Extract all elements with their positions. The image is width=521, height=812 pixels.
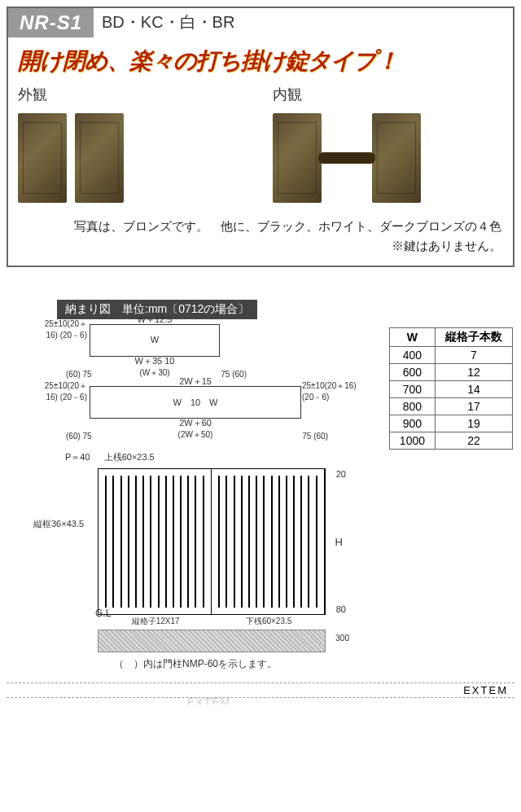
cell-w: 800 [389, 398, 435, 415]
dim-under-right: 75 (60) [221, 370, 247, 379]
dim-mid: W 10 W [173, 397, 218, 409]
latch-plate-icon [372, 113, 421, 203]
diagram-section: 納まり図 単位:mm〔0712の場合〕 25±10(20＋16) (20－6) … [8, 300, 513, 671]
interior-label: 内観 [273, 85, 503, 104]
tolerance-left: 25±10(20＋16) (20－6) [33, 380, 87, 403]
dim-top: 2W＋15 [179, 375, 212, 388]
model-badge: NR-S1 [8, 8, 94, 37]
cell-w: 400 [389, 347, 435, 364]
interior-image [273, 109, 503, 207]
plan-single: 25±10(20＋16) (20－6) W＋12.5 W W＋35 10 (60… [57, 324, 373, 357]
table-row: 4007 [389, 347, 512, 364]
cell-n: 14 [436, 381, 513, 398]
th-count: 縦格子本数 [436, 328, 513, 347]
elevation: P＝40 上桟60×23.5 縦框36×43.5 G.L 20 80 H [65, 451, 342, 671]
tolerance-right: 25±10(20＋16) (20－6) [302, 380, 364, 403]
product-panel: NR-S1 BD・KC・白・BR 開け閉め、楽々の打ち掛け錠タイプ！ 外観 内観… [7, 7, 514, 267]
latch-plate-icon [18, 113, 67, 203]
cell-w: 600 [389, 364, 435, 381]
th-w: W [389, 328, 435, 347]
cell-w: 1000 [389, 432, 435, 450]
latch-plate-icon [273, 113, 322, 203]
spec-table: W 縦格子本数 4007 60012 70014 80017 90019 100… [389, 327, 513, 450]
latch-plate-icon [75, 113, 124, 203]
exterior-label: 外観 [18, 85, 248, 104]
table-head-row: W 縦格子本数 [389, 328, 512, 347]
stile-label: 縦框36×43.5 [33, 518, 84, 530]
table-row: 80017 [389, 398, 512, 415]
dim-mid: W [151, 335, 159, 345]
dim-under-left: (60) 75 [66, 370, 92, 379]
plan-double-rect: 25±10(20＋16) (20－6) 25±10(20＋16) (20－6) … [90, 386, 301, 419]
table-row: 90019 [389, 415, 512, 432]
exterior-image [18, 109, 248, 207]
dim-bottom-gap: 80 [336, 604, 346, 614]
caption-line: ※鍵はありません。 [20, 236, 501, 256]
latch-bar-icon [318, 152, 375, 164]
gate-box: 縦框36×43.5 G.L 20 80 H 縦格子12X17 [98, 468, 326, 615]
dim-under-left: (60) 75 [66, 432, 92, 441]
gate-leaf [99, 469, 212, 614]
plan-single-rect: 25±10(20＋16) (20－6) W＋12.5 W W＋35 10 (60… [90, 324, 220, 357]
product-header: NR-S1 BD・KC・白・BR [8, 8, 513, 37]
footer: EXTEM [7, 683, 514, 698]
dim-under-right: 75 (60) [302, 432, 328, 441]
cell-n: 19 [436, 415, 513, 432]
gate-leaf [212, 469, 325, 614]
schematic: 25±10(20＋16) (20－6) W＋12.5 W W＋35 10 (60… [8, 319, 373, 671]
bottom-rail-label: 下桟60×23.5 [246, 616, 291, 627]
cell-n: 7 [436, 347, 513, 364]
caption-line: 写真は、ブロンズです。 他に、ブラック、ホワイト、ダークブロンズの４色 [20, 217, 501, 236]
dim-under: (2W＋50) [90, 429, 300, 441]
footer-brand: EXTEM [463, 684, 508, 696]
cell-w: 900 [389, 415, 435, 432]
cell-n: 22 [436, 432, 513, 450]
caption: 写真は、ブロンズです。 他に、ブラック、ホワイト、ダークブロンズの４色 ※鍵はあ… [8, 213, 513, 266]
table-row: 70014 [389, 381, 512, 398]
foundation-depth: 300 [335, 634, 349, 643]
top-rail-label: 上桟60×23.5 [104, 452, 155, 462]
dim-bot: 2W＋60 [179, 417, 212, 429]
cell-w: 700 [389, 381, 435, 398]
diagram-area: 25±10(20＋16) (20－6) W＋12.5 W W＋35 10 (60… [8, 319, 513, 671]
cell-n: 12 [436, 364, 513, 381]
picket-label: 縦格子12X17 [132, 616, 180, 627]
exterior-view: 外観 [18, 85, 248, 207]
dim-top-gap: 20 [336, 469, 346, 479]
cell-n: 17 [436, 398, 513, 415]
diagram-note: （ ）内は門柱NMP-60を示します。 [114, 657, 342, 671]
elevation-top-labels: P＝40 上桟60×23.5 [65, 451, 342, 463]
interior-view: 内観 [273, 85, 503, 207]
table-row: 100022 [389, 432, 512, 450]
tolerance-left: 25±10(20＋16) (20－6) [33, 318, 87, 341]
dim-top: W＋12.5 [138, 314, 173, 326]
gate-bottom-labels: 縦格子12X17 下桟60×23.5 [99, 616, 325, 627]
view-row: 外観 内観 [8, 81, 513, 213]
pitch-label: P＝40 [65, 452, 90, 462]
dim-bot: W＋35 10 [135, 355, 175, 367]
color-codes: BD・KC・白・BR [94, 8, 513, 37]
table-row: 60012 [389, 364, 512, 381]
dim-h: H [335, 536, 343, 548]
foundation: 300 [98, 630, 326, 652]
tagline: 開け閉め、楽々の打ち掛け錠タイプ！ [8, 37, 513, 81]
plan-double: 25±10(20＋16) (20－6) 25±10(20＋16) (20－6) … [57, 386, 373, 419]
